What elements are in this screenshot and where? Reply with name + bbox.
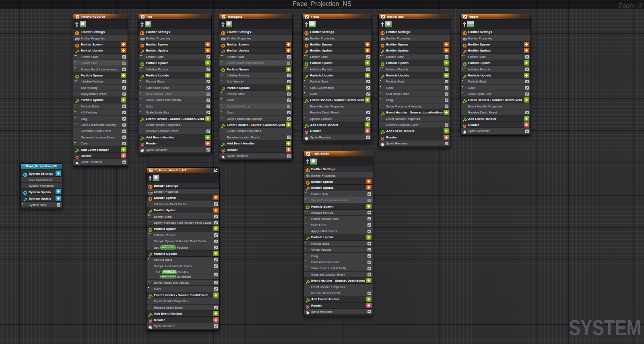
svg-text:CPU: CPU — [221, 38, 225, 40]
svg-text:CPU: CPU — [305, 175, 310, 177]
svg-text:CPU: CPU — [148, 192, 153, 194]
svg-text:CPU: CPU — [380, 38, 385, 40]
svg-text:CPU: CPU — [75, 38, 79, 40]
svg-text:CPU: CPU — [462, 38, 467, 40]
svg-text:CPU: CPU — [304, 38, 309, 40]
svg-text:CPU: CPU — [140, 38, 145, 40]
